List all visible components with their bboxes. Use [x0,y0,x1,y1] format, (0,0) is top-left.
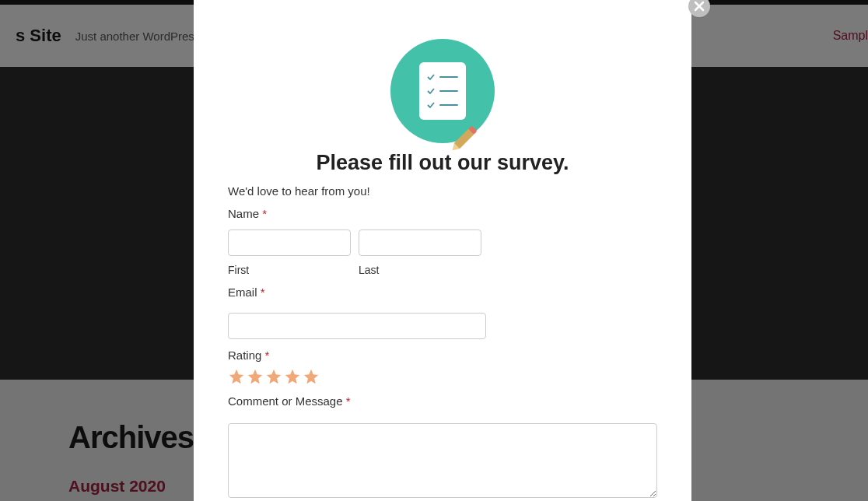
star-icon[interactable] [247,368,264,385]
star-icon[interactable] [303,368,320,385]
rating-label: Rating * [228,349,657,362]
first-sublabel: First [228,264,351,276]
rating-field-group: Rating * [228,349,657,385]
comment-label-text: Comment or Message [228,394,346,408]
pencil-icon [450,125,477,152]
modal-title: Please fill out our survey. [228,151,657,175]
survey-modal: Please fill out our survey. We'd love to… [194,0,691,501]
required-star: * [265,349,270,362]
name-field-group: Name * First Last [228,207,657,276]
required-star: * [262,207,267,220]
name-label-text: Name [228,207,262,220]
rating-label-text: Rating [228,349,265,362]
close-icon [694,1,705,12]
email-field-group: Email * [228,286,657,339]
star-icon[interactable] [265,368,282,385]
star-icon[interactable] [284,368,301,385]
email-label-text: Email [228,286,261,299]
rating-stars [228,368,657,385]
email-input[interactable] [228,313,486,339]
modal-icon-wrap [228,39,657,143]
last-sublabel: Last [359,264,481,276]
name-label: Name * [228,207,657,220]
survey-clipboard-icon [390,39,495,143]
required-star: * [261,286,265,299]
modal-subtitle: We'd love to hear from you! [228,184,657,198]
first-name-input[interactable] [228,229,351,256]
email-label: Email * [228,286,657,299]
required-star: * [346,394,351,408]
comment-textarea[interactable] [228,423,657,498]
comment-field-group: Comment or Message * [228,394,657,501]
star-icon[interactable] [228,368,245,385]
comment-label: Comment or Message * [228,394,657,408]
last-name-input[interactable] [359,229,481,256]
